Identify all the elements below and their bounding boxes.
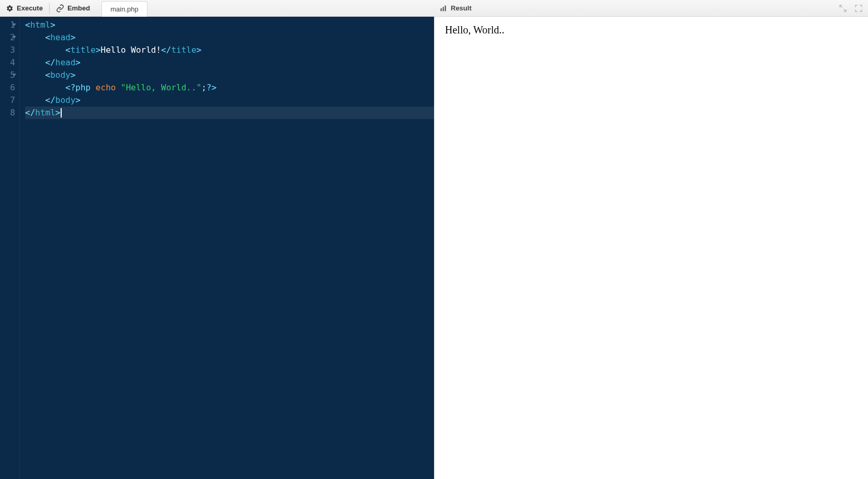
code-line[interactable]: <body> [25, 69, 434, 81]
main-area: 12345678 <html> <head> <title>Hello Worl… [0, 17, 868, 479]
code-line[interactable]: </head> [25, 56, 434, 69]
line-number: 8 [3, 107, 15, 119]
result-pane: Hello, World.. [434, 17, 868, 479]
file-tab[interactable]: main.php [101, 1, 147, 17]
line-number: 6 [3, 81, 15, 94]
result-window-controls [838, 3, 864, 14]
line-gutter: 12345678 [0, 17, 20, 479]
line-number: 4 [3, 56, 15, 69]
result-output: Hello, World.. [445, 24, 505, 36]
svg-rect-0 [441, 8, 442, 11]
toolbar-divider [49, 3, 50, 14]
link-icon [56, 4, 64, 13]
line-number: 2 [3, 31, 15, 44]
embed-button[interactable]: Embed [51, 0, 95, 16]
execute-button[interactable]: Execute [0, 0, 48, 16]
code-line[interactable]: <head> [25, 31, 434, 44]
code-line[interactable]: <?php echo "Hello, World..";?> [25, 81, 434, 94]
code-line[interactable]: </html> [25, 107, 434, 119]
code-line[interactable]: <html> [25, 19, 434, 31]
line-number: 1 [3, 19, 15, 31]
code-editor[interactable]: 12345678 <html> <head> <title>Hello Worl… [0, 17, 434, 479]
line-number: 5 [3, 69, 15, 81]
code-line[interactable]: </body> [25, 94, 434, 107]
result-label-text: Result [451, 4, 472, 12]
file-tab-label: main.php [110, 5, 138, 13]
svg-rect-2 [445, 5, 446, 11]
text-cursor [61, 108, 62, 118]
code-area[interactable]: <html> <head> <title>Hello World!</title… [20, 17, 434, 479]
expand-icon[interactable] [838, 3, 848, 14]
result-toolbar: Result [434, 0, 868, 17]
code-line[interactable]: <title>Hello World!</title> [25, 44, 434, 56]
line-number: 3 [3, 44, 15, 56]
svg-rect-1 [443, 7, 444, 11]
result-header: Result [439, 4, 472, 13]
editor-toolbar: Execute Embed main.php [0, 0, 434, 17]
bar-chart-icon [439, 4, 448, 13]
embed-button-label: Embed [67, 4, 90, 12]
gears-icon [5, 4, 14, 13]
fullscreen-icon[interactable] [853, 3, 864, 14]
line-number: 7 [3, 94, 15, 107]
execute-button-label: Execute [17, 4, 43, 12]
top-toolbar-row: Execute Embed main.php [0, 0, 868, 17]
